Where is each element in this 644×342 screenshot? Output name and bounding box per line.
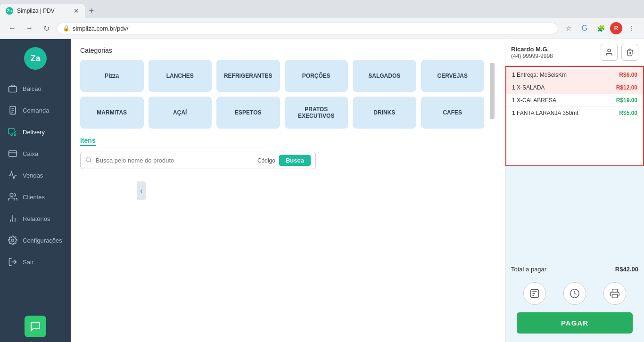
customer-name: Ricardo M.G. — [511, 46, 597, 53]
sidebar-item-sair[interactable]: Sair — [0, 251, 71, 273]
sidebar-item-relatorios[interactable]: Relatórios — [0, 208, 71, 229]
configuracoes-label: Configurações — [23, 237, 62, 244]
category-porcoes[interactable]: PORÇÕES — [285, 60, 348, 92]
tab-favicon: Za — [6, 7, 13, 15]
category-cafes[interactable]: CAFES — [421, 97, 485, 129]
collapse-sidebar-button[interactable]: ‹ — [137, 181, 146, 200]
tab-close-button[interactable]: ✕ — [74, 7, 79, 15]
order-item-price-1: R$12.00 — [616, 84, 637, 91]
order-item-1[interactable]: 1 X-SALADA R$12.00 — [506, 81, 643, 94]
svg-point-8 — [14, 134, 16, 135]
extensions-icon[interactable]: 🧩 — [594, 22, 607, 35]
history-button[interactable] — [563, 282, 586, 305]
sidebar-item-delivery[interactable]: Delivery — [0, 121, 71, 143]
scrollbar-thumb[interactable] — [490, 63, 495, 119]
order-summary: Total a pagar R$42.00 PAGAR — [505, 261, 644, 342]
active-tab[interactable]: Za Simpliza | PDV ✕ — [0, 4, 85, 18]
svg-text:Za: Za — [30, 54, 41, 63]
customer-phone: (44) 99999-9998 — [511, 53, 597, 59]
sidebar-item-clientes[interactable]: Clientes — [0, 186, 71, 208]
sidebar-item-comanda[interactable]: Comanda — [0, 99, 71, 121]
order-item-name-1: 1 X-SALADA — [512, 84, 545, 91]
coupon-button[interactable] — [523, 282, 546, 305]
total-label: Total a pagar — [511, 266, 546, 273]
logo: Za — [24, 47, 47, 70]
total-value: R$42.00 — [615, 266, 638, 273]
order-item-3[interactable]: 1 FANTA LARANJA 350ml R$5.00 — [506, 107, 643, 119]
clientes-label: Clientes — [23, 194, 45, 201]
category-lanches[interactable]: LANCHES — [149, 60, 212, 92]
svg-point-11 — [10, 194, 13, 197]
items-title: Itens — [80, 137, 96, 146]
reload-button[interactable]: ↻ — [40, 22, 53, 35]
order-item-2[interactable]: 1 X-CALABRESA R$19.00 — [506, 94, 643, 107]
sidebar-item-configuracoes[interactable]: Configurações — [0, 229, 71, 251]
categories-title: Categorias — [80, 47, 495, 54]
pay-button[interactable]: PAGAR — [517, 312, 633, 334]
category-cervejas[interactable]: CERVEJAS — [421, 60, 485, 92]
order-item-price-2: R$19.00 — [616, 97, 637, 104]
vendas-icon — [8, 170, 18, 180]
menu-icon[interactable]: ⋮ — [625, 22, 638, 35]
scroll-area — [489, 60, 495, 136]
search-input[interactable] — [96, 157, 254, 164]
sair-icon — [8, 257, 18, 267]
customer-info: Ricardo M.G. (44) 99999-9998 — [511, 46, 597, 59]
category-pizza[interactable]: Pizza — [80, 60, 144, 92]
comanda-icon — [8, 105, 18, 115]
app-layout: Za Balcão Comanda Delivery — [0, 39, 644, 342]
google-accounts-icon[interactable]: G — [578, 22, 591, 35]
main-content: Categorias Pizza LANCHES REFRIGERANTES P… — [71, 39, 505, 342]
delete-order-button[interactable] — [621, 44, 638, 61]
search-icon — [85, 156, 92, 164]
bookmark-icon[interactable]: ☆ — [562, 22, 575, 35]
category-acai[interactable]: AÇAÍ — [149, 97, 212, 129]
category-marmitas[interactable]: MARMITAS — [80, 97, 144, 129]
print-button[interactable] — [603, 282, 626, 305]
nav-bar: ← → ↻ 🔒 simpliza.com.br/pdv/ ☆ G 🧩 R ⋮ — [0, 18, 644, 39]
profile-button[interactable]: R — [610, 22, 622, 34]
sidebar-item-balcao[interactable]: Balcão — [0, 78, 71, 99]
category-salgados[interactable]: SALGADOS — [353, 60, 416, 92]
empty-space — [505, 166, 644, 261]
order-item-name-0: 1 Entrega: McSeisKm — [512, 72, 567, 78]
browser-nav-icons: ☆ G 🧩 R ⋮ — [562, 22, 638, 35]
forward-button[interactable]: → — [23, 22, 36, 35]
back-button[interactable]: ← — [6, 22, 19, 35]
sair-label: Sair — [23, 259, 33, 266]
relatorios-label: Relatórios — [23, 215, 50, 222]
order-items-list: 1 Entrega: McSeisKm R$6.00 1 X-SALADA R$… — [505, 66, 644, 166]
svg-point-15 — [12, 239, 14, 242]
caixa-label: Caixa — [23, 150, 38, 157]
svg-point-7 — [11, 134, 12, 135]
balcao-icon — [8, 83, 18, 94]
category-espetos[interactable]: ESPETOS — [216, 97, 280, 129]
category-drinks[interactable]: DRINKS — [353, 97, 416, 129]
customer-edit-button[interactable] — [601, 44, 618, 61]
sidebar-item-caixa[interactable]: Caixa — [0, 143, 71, 164]
svg-point-19 — [608, 49, 611, 52]
category-pratos-executivos[interactable]: PRATOS EXECUTIVOS — [285, 97, 348, 129]
search-bar: Código Busca — [80, 152, 316, 169]
total-row: Total a pagar R$42.00 — [511, 266, 638, 273]
sidebar-item-vendas[interactable]: Vendas — [0, 164, 71, 186]
action-buttons — [511, 278, 638, 309]
order-item-0[interactable]: 1 Entrega: McSeisKm R$6.00 — [506, 69, 643, 81]
address-bar[interactable]: 🔒 simpliza.com.br/pdv/ — [57, 23, 558, 34]
order-item-price-3: R$5.00 — [619, 110, 637, 116]
chat-button[interactable] — [25, 316, 46, 337]
order-item-price-0: R$6.00 — [619, 72, 637, 78]
configuracoes-icon — [8, 235, 18, 245]
order-item-name-2: 1 X-CALABRESA — [512, 97, 556, 104]
order-item-name-3: 1 FANTA LARANJA 350ml — [512, 110, 578, 116]
caixa-icon — [8, 148, 18, 159]
tab-title: Simpliza | PDV — [17, 8, 70, 14]
delivery-label: Delivery — [23, 129, 45, 136]
svg-point-17 — [86, 157, 91, 162]
new-tab-button[interactable]: + — [85, 4, 98, 17]
categories-grid: Pizza LANCHES REFRIGERANTES PORÇÕES SALG… — [80, 60, 484, 129]
logo-area: Za — [0, 39, 71, 78]
search-button[interactable]: Busca — [279, 155, 311, 166]
category-refrigerantes[interactable]: REFRIGERANTES — [216, 60, 280, 92]
svg-rect-9 — [9, 151, 17, 156]
